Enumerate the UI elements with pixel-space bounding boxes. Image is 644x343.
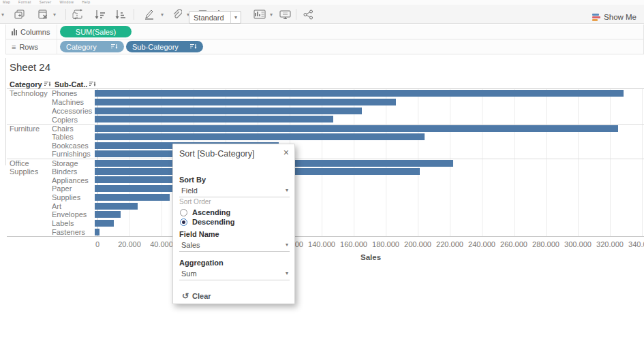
subcategory-label[interactable]: Supplies [52, 193, 95, 201]
sort-order-label: Sort Order [179, 198, 211, 206]
table-row: Copiers [7, 115, 644, 124]
highlight-caret-icon[interactable]: ▾ [159, 7, 165, 21]
show-me-button[interactable]: Show Me [592, 11, 637, 23]
axis-tick-label: 160.000 [340, 240, 367, 248]
table-row: FurnitureChairs [7, 124, 644, 133]
header-category[interactable]: Category [10, 80, 51, 88]
pill-category[interactable]: Category [60, 41, 124, 52]
pill-sub-category[interactable]: Sub-Category [126, 41, 203, 52]
table-row: OfficeStorage [7, 159, 644, 167]
pill-sort-icon[interactable] [190, 43, 197, 51]
show-me-label: Show Me [604, 13, 637, 21]
tableau-window: Map Format Server Window Help ▾ ▾ ▾ ▾ [0, 0, 644, 343]
subcategory-label[interactable]: Fasteners [52, 228, 95, 236]
columns-shelf[interactable]: Columns SUM(Sales) [5, 24, 644, 39]
table-row: Accessories [7, 106, 644, 115]
close-icon[interactable]: × [283, 147, 289, 158]
header-sort-icon[interactable] [44, 80, 51, 88]
aggregation-dropdown[interactable]: Sum ▾ [179, 267, 290, 280]
bar-tables[interactable] [95, 133, 425, 140]
bar-supplies[interactable] [95, 194, 170, 201]
category-label[interactable]: Office [7, 159, 52, 167]
descending-radio[interactable]: Descending [180, 218, 234, 226]
bar-copiers[interactable] [95, 116, 333, 122]
subcategory-label[interactable]: Chairs [52, 125, 95, 133]
axis-tick-label: 140.000 [308, 240, 335, 248]
subcategory-label[interactable]: Paper [52, 184, 95, 193]
subcategory-label[interactable]: Envelopes [52, 210, 95, 218]
bar-chairs[interactable] [95, 125, 618, 132]
fit-selector[interactable]: Standard ▾ [189, 11, 241, 24]
fit-selector-caret-icon[interactable]: ▾ [230, 12, 241, 23]
pill-sort-icon[interactable] [111, 43, 118, 51]
share-icon[interactable] [301, 7, 315, 21]
group-paperclip-icon[interactable] [170, 7, 183, 21]
clear-button[interactable]: ↺ Clear [182, 291, 211, 301]
subcategory-label[interactable]: Accessories [52, 107, 95, 115]
toolbar-divider [296, 9, 296, 20]
subcategory-label[interactable]: Phones [52, 89, 95, 97]
field-name-dropdown[interactable]: Sales ▾ [179, 238, 290, 252]
table-row: TechnologyPhones [7, 89, 644, 98]
bar-art[interactable] [95, 203, 138, 210]
toolbar: ▾ ▾ ▾ ▾ T Stand [0, 5, 644, 24]
undo-dropdown-caret-icon[interactable]: ▾ [0, 7, 5, 21]
axis-tick-label: 320.000 [596, 240, 624, 248]
bar-envelopes[interactable] [95, 211, 121, 218]
table-row: Art [7, 201, 644, 210]
sheet-title: Sheet 24 [10, 61, 50, 73]
subcategory-label[interactable]: Storage [52, 159, 95, 167]
axis-tick-label: 180.000 [372, 240, 399, 248]
axis-tick-label: 220.000 [436, 240, 463, 248]
axis-tick-label: 20.000 [118, 240, 141, 248]
table-row: Bookcases [7, 141, 644, 150]
chevron-down-icon: ▾ [286, 242, 290, 248]
subcategory-label[interactable]: Appliances [52, 176, 95, 184]
ascending-radio[interactable]: Ascending [180, 208, 230, 216]
pill-sum-sales[interactable]: SUM(Sales) [60, 26, 132, 37]
subcategory-label[interactable]: Bookcases [52, 142, 95, 150]
subcategory-label[interactable]: Copiers [52, 116, 95, 124]
table-row: Furnishings [7, 150, 644, 159]
bar-phones[interactable] [95, 90, 624, 97]
table-row: Fasteners [7, 228, 644, 237]
bar-accessories[interactable] [95, 108, 362, 114]
sort-descending-icon[interactable] [113, 7, 127, 21]
axis-tick-label: 260.000 [500, 240, 527, 248]
clear-sheet-icon[interactable] [37, 7, 49, 21]
category-label[interactable]: Supplies [7, 167, 52, 176]
category-label[interactable]: Technology [7, 89, 52, 97]
subcategory-label[interactable]: Binders [52, 167, 95, 176]
table-row: Labels [7, 219, 644, 228]
bar-chart: TechnologyPhonesMachinesAccessoriesCopie… [7, 88, 644, 237]
subcategory-label[interactable]: Machines [52, 98, 95, 106]
subcategory-label[interactable]: Labels [52, 219, 95, 227]
subcategory-label[interactable]: Tables [52, 133, 95, 141]
bar-fasteners[interactable] [95, 229, 99, 235]
menu-bar: Map Format Server Window Help [0, 0, 644, 5]
undo-icon: ↺ [182, 291, 189, 301]
header-sort-icon[interactable] [89, 80, 96, 88]
highlight-icon[interactable] [143, 7, 155, 21]
subcategory-label[interactable]: Furnishings [52, 150, 95, 158]
toolbar-divider [65, 9, 66, 20]
bar-labels[interactable] [95, 220, 114, 227]
sort-by-dropdown[interactable]: Field ▾ [179, 184, 290, 197]
show-mark-labels-caret-icon[interactable]: ▾ [269, 7, 274, 21]
rows-shelf[interactable]: ≡ Rows Category Sub-Category [5, 39, 644, 54]
fit-selector-value: Standard [189, 14, 230, 22]
show-mark-labels-icon[interactable] [253, 7, 266, 21]
radio-selected-icon[interactable] [180, 218, 187, 226]
columns-icon [12, 29, 17, 35]
subcategory-label[interactable]: Art [52, 202, 95, 210]
presentation-mode-icon[interactable] [278, 7, 292, 21]
sort-ascending-icon[interactable] [93, 7, 106, 21]
swap-rows-columns-icon[interactable] [71, 7, 85, 21]
header-subcategory[interactable]: Sub-Cat.. [55, 80, 96, 88]
clear-sheet-caret-icon[interactable]: ▾ [52, 7, 57, 21]
bar-machines[interactable] [95, 99, 396, 105]
radio-unselected-icon[interactable] [180, 209, 187, 216]
side-pane-divider[interactable] [5, 58, 6, 165]
new-worksheet-icon[interactable] [14, 7, 26, 21]
category-label[interactable]: Furniture [7, 125, 52, 133]
